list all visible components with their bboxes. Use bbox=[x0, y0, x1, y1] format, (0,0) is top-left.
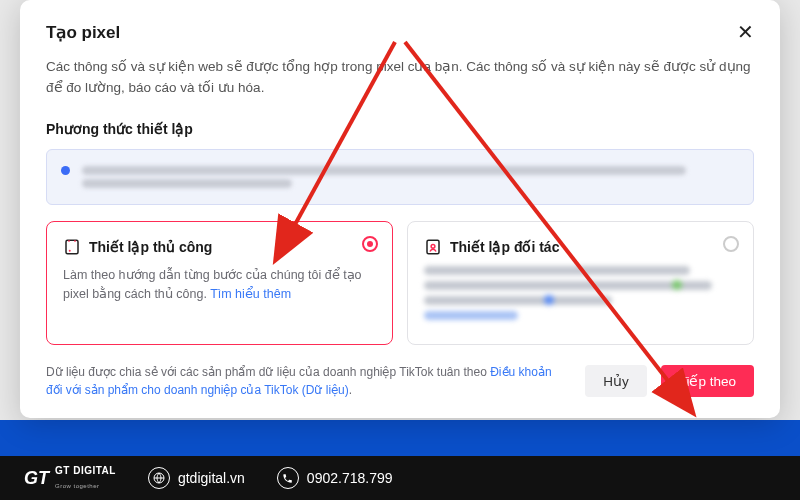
phone-icon bbox=[277, 467, 299, 489]
next-button[interactable]: Tiếp theo bbox=[661, 365, 754, 397]
learn-more-link[interactable]: Tìm hiểu thêm bbox=[210, 287, 291, 301]
brand-logo: GT bbox=[24, 468, 49, 489]
svg-point-4 bbox=[431, 244, 435, 248]
website-text: gtdigital.vn bbox=[178, 470, 245, 486]
footer-disclosure: Dữ liệu được chia sẻ với các sản phẩm dữ… bbox=[46, 363, 571, 400]
svg-rect-3 bbox=[427, 240, 439, 254]
contact-bar: GT GT DIGITAL Grow together gtdigital.vn… bbox=[0, 456, 800, 500]
phone-link[interactable]: 0902.718.799 bbox=[277, 467, 393, 489]
phone-text: 0902.718.799 bbox=[307, 470, 393, 486]
brand-tagline: Grow together bbox=[55, 483, 100, 489]
close-icon: ✕ bbox=[737, 21, 754, 43]
brand-name: GT DIGITAL bbox=[55, 466, 116, 476]
svg-point-2 bbox=[69, 250, 71, 252]
modal-description: Các thông số và sự kiện web sẽ được tổng… bbox=[46, 57, 754, 99]
option-partner-setup[interactable]: Thiết lập đối tác bbox=[407, 221, 754, 345]
brand-block: GT GT DIGITAL Grow together bbox=[24, 466, 116, 490]
modal-title: Tạo pixel bbox=[46, 22, 120, 43]
info-icon bbox=[61, 166, 70, 175]
globe-icon bbox=[148, 467, 170, 489]
card-desc-manual: Làm theo hướng dẫn từng bước của chúng t… bbox=[63, 266, 376, 305]
card-title-manual: Thiết lập thủ công bbox=[89, 239, 212, 255]
manual-setup-icon bbox=[63, 238, 81, 256]
svg-rect-1 bbox=[66, 240, 78, 254]
cancel-button[interactable]: Hủy bbox=[585, 365, 647, 397]
section-title: Phương thức thiết lập bbox=[46, 121, 754, 137]
close-button[interactable]: ✕ bbox=[737, 22, 754, 42]
partner-setup-icon bbox=[424, 238, 442, 256]
page-footer-bar: GT GT DIGITAL Grow together gtdigital.vn… bbox=[0, 428, 800, 500]
info-banner bbox=[46, 149, 754, 205]
radio-selected-icon bbox=[362, 236, 378, 252]
card-title-partner: Thiết lập đối tác bbox=[450, 239, 559, 255]
create-pixel-modal: Tạo pixel ✕ Các thông số và sự kiện web … bbox=[20, 0, 780, 418]
option-manual-setup[interactable]: Thiết lập thủ công Làm theo hướng dẫn từ… bbox=[46, 221, 393, 345]
card-desc-partner-blurred bbox=[424, 266, 737, 320]
radio-unselected-icon bbox=[723, 236, 739, 252]
website-link[interactable]: gtdigital.vn bbox=[148, 467, 245, 489]
